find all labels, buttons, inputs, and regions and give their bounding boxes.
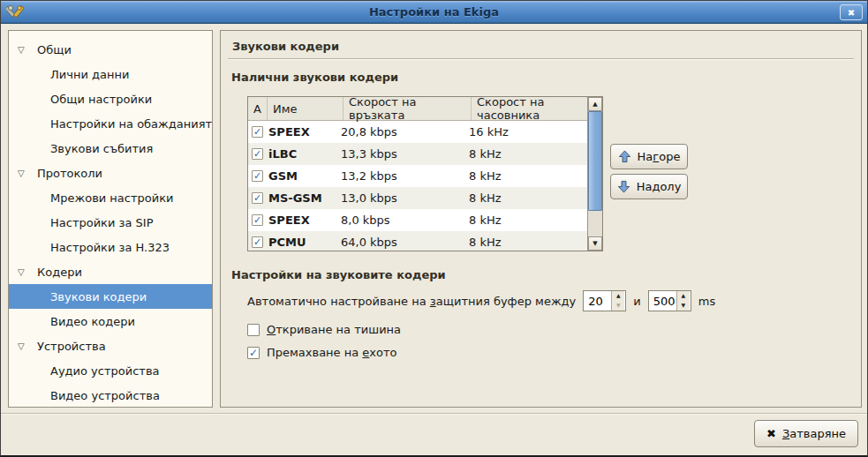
page-title: Звукови кодери [232, 40, 339, 53]
move-up-button[interactable]: Нагоре [610, 144, 688, 169]
jitter-max-spinner[interactable]: ▲▼ [676, 291, 690, 311]
move-down-button[interactable]: Надолу [610, 174, 688, 199]
column-header-bitrate[interactable]: Скорост на връзката [343, 97, 472, 120]
spin-down-icon[interactable]: ▼ [612, 301, 624, 311]
sidebar-item-audio-codecs[interactable]: Звукови кодери [9, 284, 212, 309]
expander-icon[interactable]: ▽ [18, 267, 37, 277]
audio-codecs-panel: Звукови кодери Налични звукови кодери А … [220, 30, 862, 408]
window-close-button[interactable]: ✖ [840, 4, 863, 20]
move-up-label: Нагоре [638, 150, 681, 163]
scrollbar-thumb[interactable] [588, 111, 602, 211]
jitter-unit-label: ms [698, 295, 715, 308]
arrow-up-icon [618, 150, 631, 163]
check-icon: ✓ [249, 348, 258, 358]
sidebar-group-devices[interactable]: ▽ Устройства [9, 333, 212, 358]
scroll-down-button[interactable]: ▼ [588, 236, 602, 251]
table-row[interactable]: ✓ MS-GSM 13,0 kbps 8 kHz [248, 187, 587, 209]
table-row[interactable]: ✓ iLBC 13,3 kbps 8 kHz [248, 143, 587, 165]
close-x-icon: ✖ [766, 427, 776, 440]
sidebar-group-codecs[interactable]: ▽ Кодери [9, 259, 212, 284]
move-down-label: Надолу [637, 180, 682, 193]
check-icon: ✓ [253, 215, 261, 225]
echo-cancellation-label: Премахване на ехото [267, 346, 397, 359]
table-row[interactable]: ✓ SPEEX 20,8 kbps 16 kHz [248, 121, 587, 143]
sidebar-item-personal-data[interactable]: Лични данни [9, 62, 212, 86]
codec-table-body: А Име Скорост на връзката Скорост на час… [248, 97, 587, 251]
sidebar-item-h323-settings[interactable]: Настройки за H.323 [9, 235, 212, 259]
column-header-clock[interactable]: Скорост на часовника [472, 97, 587, 120]
check-icon: ✓ [253, 149, 261, 159]
sidebar-item-call-options[interactable]: Настройки на обажданията [9, 111, 212, 136]
available-codecs-heading: Налични звукови кодери [231, 71, 398, 84]
silence-detection-checkbox[interactable] [247, 324, 260, 336]
sidebar-group-general[interactable]: ▽ Общи [9, 37, 212, 62]
close-dialog-label: Затваряне [782, 427, 846, 440]
spin-down-icon[interactable]: ▼ [677, 301, 690, 311]
close-dialog-button[interactable]: ✖ Затваряне [754, 420, 858, 447]
spin-up-icon[interactable]: ▲ [677, 291, 690, 301]
codec-enabled-checkbox[interactable]: ✓ [252, 126, 263, 138]
codec-enabled-checkbox[interactable]: ✓ [252, 192, 263, 204]
sidebar-item-audio-devices[interactable]: Аудио устройства [9, 358, 212, 383]
table-row[interactable]: ✓ GSM 13,2 kbps 8 kHz [248, 165, 587, 187]
close-icon: ✖ [848, 8, 855, 18]
codec-settings-heading: Настройки на звуковите кодери [231, 268, 446, 281]
codec-table-header: А Име Скорост на връзката Скорост на час… [248, 97, 587, 121]
sidebar-item-general-settings[interactable]: Общи настройки [9, 86, 212, 111]
expander-icon[interactable]: ▽ [18, 45, 37, 55]
jitter-min-spinbox: ▲▼ [583, 290, 626, 311]
sidebar-item-video-devices[interactable]: Видео устройства [9, 383, 212, 408]
table-scrollbar[interactable]: ▲ ▼ [587, 97, 602, 251]
check-icon: ✓ [253, 237, 261, 247]
sidebar-item-sip-settings[interactable]: Настройки за SIP [9, 210, 212, 235]
titlebar: Настройки на Ekiga ✖ [1, 1, 867, 24]
echo-cancellation-checkbox[interactable]: ✓ [247, 347, 260, 359]
table-row[interactable]: ✓ SPEEX 8,0 kbps 8 kHz [248, 209, 587, 231]
footer-separator [1, 413, 867, 415]
table-row[interactable]: ✓ PCMU 64,0 kbps 8 kHz [248, 231, 587, 251]
echo-cancellation-option[interactable]: ✓ Премахване на ехото [247, 346, 397, 359]
jitter-buffer-row: Автоматично настройване на защитния буфе… [247, 289, 715, 312]
codec-enabled-checkbox[interactable]: ✓ [252, 214, 263, 226]
codec-enabled-checkbox[interactable]: ✓ [252, 170, 263, 182]
silence-detection-option[interactable]: Откриване на тишина [247, 323, 401, 336]
sidebar-group-protocols[interactable]: ▽ Протоколи [9, 161, 212, 185]
codec-table: А Име Скорост на връзката Скорост на час… [247, 96, 603, 251]
window-title: Настройки на Ekiga [1, 5, 867, 19]
scroll-up-button[interactable]: ▲ [588, 97, 602, 111]
jitter-max-spinbox: ▲▼ [648, 290, 691, 311]
expander-icon[interactable]: ▽ [18, 169, 37, 178]
title-separator [228, 58, 854, 60]
expander-icon[interactable]: ▽ [18, 341, 37, 351]
sidebar-item-network-settings[interactable]: Мрежови настройки [9, 185, 212, 210]
codec-enabled-checkbox[interactable]: ✓ [252, 236, 263, 248]
preferences-window: Настройки на Ekiga ✖ ▽ Общи Лични данни … [0, 0, 868, 457]
arrow-down-icon [617, 180, 630, 193]
jitter-min-input[interactable] [584, 291, 611, 311]
column-header-active[interactable]: А [248, 97, 268, 120]
sidebar-item-sound-events[interactable]: Звукови събития [9, 136, 212, 161]
column-header-name[interactable]: Име [268, 97, 343, 120]
check-icon: ✓ [253, 127, 261, 137]
check-icon: ✓ [253, 193, 261, 203]
jitter-buffer-label: Автоматично настройване на защитния буфе… [247, 295, 576, 308]
silence-detection-label: Откриване на тишина [267, 323, 401, 336]
scroll-up-icon: ▲ [593, 101, 597, 108]
jitter-min-spinner[interactable]: ▲▼ [611, 291, 624, 311]
codec-enabled-checkbox[interactable]: ✓ [252, 148, 263, 160]
check-icon: ✓ [253, 171, 261, 181]
jitter-conjunction-label: и [633, 295, 640, 308]
sidebar-item-video-codecs[interactable]: Видео кодери [9, 309, 212, 333]
spin-up-icon[interactable]: ▲ [612, 291, 624, 301]
jitter-max-input[interactable] [649, 291, 676, 311]
scroll-down-icon: ▼ [593, 240, 597, 247]
sections-tree: ▽ Общи Лични данни Общи настройки Настро… [8, 30, 213, 408]
